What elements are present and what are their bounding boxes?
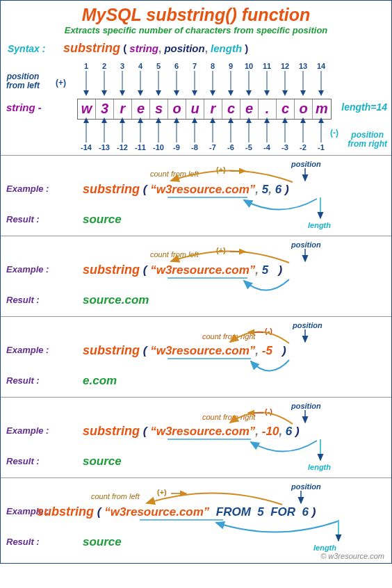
svg-marker-5 [120,90,125,96]
syntax-label: Syntax : [8,43,63,54]
bottom-position-numbers: -14-13-12-11-10-9-8-7-6-5-4-3-2-1 [77,143,330,152]
char-cell: e [240,99,259,119]
arg-string: string [129,42,158,54]
top-index: 1 [77,62,95,70]
char-cell: o [295,99,313,119]
label-position-from-right: position from right [348,131,387,149]
arrow-down-icon [258,71,276,96]
bottom-index: -6 [222,143,240,152]
sign-minus-icon: (-) [265,407,272,416]
hint-count-from-right: count from right [202,332,255,341]
svg-marker-39 [174,117,179,123]
bottom-index: -8 [186,143,204,152]
example-label: Example : [6,264,49,275]
bottom-index: -14 [77,143,95,152]
arrow-up-icon [131,117,149,142]
char-cell: c [277,99,295,119]
hint-count-from-left: count from left [91,492,140,500]
char-cell: r [204,99,222,119]
sign-plus: (+) [56,78,66,88]
example-block: Example :Result :substring ( “w3resource… [1,156,391,236]
label-length: length=14 [341,101,387,113]
bottom-index: -2 [294,143,312,152]
position-tag: position [291,240,321,249]
svg-marker-53 [300,117,306,123]
svg-marker-21 [264,90,270,96]
char-cell: r [114,99,132,119]
footer-credit: © w3resource.com [320,552,384,560]
arrow-down-icon [77,71,95,96]
page: MySQL substring() function Extracts spec… [0,0,392,564]
example-call: substring ( “w3resource.com” FROM 5 FOR … [37,505,316,519]
arc-overlay [1,156,390,238]
result-label: Result : [6,456,40,466]
arrow-up-icon [95,117,113,142]
arrow-down-icon [186,71,204,96]
svg-marker-49 [264,117,270,123]
page-title: MySQL substring() function [1,1,391,25]
paren-open: ( [123,42,126,54]
arrow-down-icon [95,71,113,96]
svg-marker-33 [120,117,125,123]
arrow-down-icon [240,71,258,96]
svg-marker-31 [101,117,107,123]
position-tag: position [291,160,321,168]
char-boxes: w3resource.com [77,99,332,120]
svg-marker-41 [192,117,197,123]
char-cell: 3 [96,99,114,119]
bottom-index: -7 [204,143,222,152]
char-cell: s [150,99,168,119]
bottom-index: -13 [95,143,113,152]
char-cell: u [186,99,204,119]
svg-marker-11 [174,90,179,96]
position-tag: position [291,402,321,410]
arrow-up-icon [204,117,222,142]
svg-marker-7 [138,90,143,96]
svg-marker-27 [318,90,324,96]
svg-marker-17 [228,90,234,96]
example-label: Example : [6,183,49,194]
hint-count-from-right: count from right [202,413,255,421]
arrow-up-icon [312,117,330,142]
result-text: source [83,535,122,549]
example-block: Example :Result :substring ( “w3resource… [1,478,391,563]
arrow-up-icon [276,117,294,142]
position-tag: position [293,321,322,329]
arrows-up [77,117,330,142]
svg-marker-55 [318,117,324,123]
bottom-index: -5 [240,143,258,152]
svg-marker-37 [156,117,161,123]
svg-marker-29 [83,117,89,123]
arc-overlay [1,398,390,480]
result-label: Result : [6,295,40,305]
result-text: source [83,455,122,468]
top-index: 6 [168,62,186,70]
char-cell: w [78,99,96,119]
arrow-up-icon [258,117,276,142]
top-index: 11 [258,62,276,70]
result-label: Result : [6,537,40,547]
arg-position: position [164,42,204,54]
svg-marker-43 [210,117,215,123]
top-index: 2 [95,62,113,70]
arrow-down-icon [204,71,222,96]
top-index: 12 [276,62,294,70]
result-text: source [83,213,122,227]
example-call: substring ( “w3resource.com”, -5 ) [83,343,286,358]
arrow-down-icon [312,71,330,96]
bottom-index: -11 [131,143,149,152]
example-call: substring ( “w3resource.com”, 5 ) [83,263,282,277]
char-cell: m [313,99,331,119]
example-label: Example : [6,425,49,436]
arrows-down [77,71,330,96]
svg-marker-3 [101,90,107,96]
length-tag: length [308,463,331,471]
arrow-up-icon [149,117,168,142]
example-block: Example :Result :substring ( “w3resource… [1,317,391,398]
arc-overlay [1,236,390,318]
position-diagram: position from left (+) string - length=1… [1,58,391,156]
bottom-index: -1 [312,143,330,152]
arrow-down-icon [131,71,149,96]
example-block: Example :Result :substring ( “w3resource… [1,398,391,478]
arg-length: length [211,42,242,54]
